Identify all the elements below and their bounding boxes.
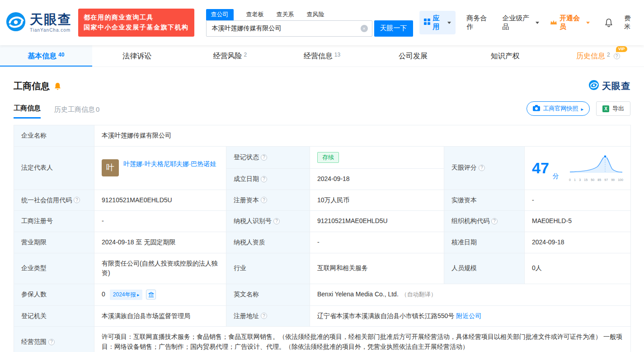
crown-icon [550, 19, 557, 27]
official-snapshot-button[interactable]: 工商官网快照 [526, 101, 590, 116]
help-icon[interactable] [48, 339, 55, 345]
legal-rep-name-link[interactable]: 叶莲娜·叶夫格尼耶夫娜·巴热诺娃 [123, 159, 216, 169]
help-icon[interactable] [273, 218, 280, 224]
help-icon[interactable] [261, 197, 267, 203]
score-distribution-chart: 0131550859799100 [569, 153, 623, 183]
nav-business-cooperation[interactable]: 商务合作 [466, 14, 491, 31]
user-account[interactable]: 费米 [624, 14, 636, 31]
label-text: 核准日期 [451, 238, 477, 247]
search-tab-company[interactable]: 查公司 [206, 9, 234, 20]
label-text: 英文名称 [234, 290, 259, 300]
label-text: 行业 [234, 263, 246, 273]
legal-rep-avatar[interactable]: 叶 [102, 159, 119, 176]
subtab-count: 0 [96, 105, 99, 114]
help-icon[interactable] [261, 176, 267, 182]
tab-company-development[interactable]: 公司发展 [368, 45, 460, 67]
clear-search-icon[interactable] [361, 25, 368, 32]
open-vip-button[interactable]: 开通会员 [550, 14, 590, 31]
staff-size-label: 人员规模 [444, 253, 525, 284]
search-tab-relation[interactable]: 查关系 [277, 9, 294, 20]
business-term-value: 2024-09-18 至 无固定期限 [94, 232, 226, 253]
legal-rep-value: 叶 叶莲娜·叶夫格尼耶夫娜·巴热诺娃 [94, 146, 226, 190]
apps-menu[interactable]: 应用 [419, 11, 456, 34]
nav-enterprise-products[interactable]: 企业级产品 [502, 14, 539, 31]
tab-count: 2 [244, 52, 247, 58]
table-row: 营业期限 2024-09-18 至 无固定期限 纳税人资质 - 核准日期 202… [14, 232, 631, 253]
industry-value: 互联网和相关服务 [310, 253, 444, 284]
value-text: 互联网和相关服务 [317, 264, 368, 271]
english-name-value: Benxi Yelena Media Co., Ltd.（自动翻译） [310, 284, 631, 305]
label-text: 实缴资本 [451, 195, 477, 205]
arrow-right-icon [581, 105, 583, 112]
address-label: 注册地址 [226, 305, 310, 327]
business-info-table: 企业名称 本溪叶莲娜传媒有限公司 法定代表人 叶 叶莲娜·叶夫格尼耶夫娜·巴热诺… [14, 125, 631, 352]
reg-number-label: 工商注册号 [14, 211, 94, 232]
top-right-nav: 应用 商务合作 企业级产品 开通会员 费米 [419, 11, 636, 34]
help-icon[interactable] [261, 313, 267, 319]
search-button[interactable]: 天眼一下 [374, 20, 413, 37]
label-text: 参保人数 [21, 290, 47, 300]
paid-capital-label: 实缴资本 [444, 190, 525, 211]
reg-capital-label: 注册资本 [226, 190, 310, 211]
section-header: 工商信息 天眼查 [0, 67, 644, 92]
notification-bell-icon[interactable] [604, 18, 613, 27]
chevron-down-icon [447, 22, 451, 24]
nearby-companies-link[interactable]: 附近公司 [456, 312, 481, 319]
logo-text: 天眼查 [30, 13, 72, 26]
establish-date-label: 成立日期 [226, 168, 310, 190]
help-icon[interactable] [479, 165, 485, 171]
search-type-tabs: 查公司 查老板 查关系 查风险 [206, 9, 413, 20]
apps-label: 应用 [433, 14, 444, 31]
establish-date-value: 2024-09-18 [310, 168, 444, 190]
registry-value: 本溪满族自治县市场监督管理局 [94, 305, 226, 327]
tianyancha-logo[interactable]: 天眼查 TianYanCha.com [5, 11, 72, 34]
value-text: 91210521MAE0EHLD5U [317, 217, 388, 224]
score-label: 天眼评分 [444, 146, 525, 190]
label-text: 登记状态 [234, 152, 259, 162]
tab-history-info[interactable]: 历史信息 2 VIP [552, 45, 644, 67]
help-icon[interactable] [261, 154, 267, 161]
business-term-label: 营业期限 [14, 232, 94, 253]
value-text: 有限责任公司(自然人投资或控股的法人独资) [102, 260, 218, 277]
tab-count: 2 [607, 52, 610, 58]
reg-capital-value: 10万人民币 [310, 190, 444, 211]
value-text: - [102, 217, 104, 224]
industry-label: 行业 [226, 253, 310, 284]
tab-label: 公司发展 [399, 51, 428, 61]
tab-legal-proceedings[interactable]: 法律诉讼 [92, 45, 184, 67]
value-text: 91210521MAE0EHLD5U [102, 196, 172, 204]
paid-capital-value: - [525, 190, 631, 211]
tianyancha-watermark: 天眼查 [588, 80, 630, 92]
help-icon[interactable] [491, 218, 498, 224]
table-row: 参保人数 02024年报 英文名称 Benxi Yelena Media Co.… [14, 284, 631, 305]
help-icon[interactable] [614, 53, 620, 59]
approval-date-label: 核准日期 [444, 232, 525, 253]
tab-label: 法律诉讼 [122, 51, 151, 61]
help-icon[interactable] [74, 197, 80, 203]
tab-label: 知识产权 [491, 51, 520, 61]
search-tab-risk[interactable]: 查风险 [307, 9, 324, 20]
credit-code-value: 91210521MAE0EHLD5U [94, 190, 226, 211]
annual-report-bank-icon[interactable] [146, 290, 156, 300]
address-value: 辽宁省本溪市本溪满族自治县小市镇长江路550号 附近公司 [310, 305, 631, 327]
annual-report-badge[interactable]: 2024年报 [110, 290, 143, 300]
value-text: 0 [102, 290, 105, 298]
search-input[interactable] [206, 20, 372, 37]
subtab-history-business-info[interactable]: 历史工商信息0 [54, 105, 99, 119]
tab-intellectual-property[interactable]: 知识产权 [460, 45, 552, 67]
export-button[interactable]: 导出 [596, 101, 630, 116]
org-code-value: MAE0EHLD-5 [525, 211, 631, 232]
subtab-business-info[interactable]: 工商信息 [14, 104, 41, 119]
tab-operating-risk[interactable]: 经营风险 2 [184, 45, 276, 67]
tab-basic-info[interactable]: 基本信息 40 [0, 45, 92, 67]
search-tab-boss[interactable]: 查老板 [246, 9, 264, 20]
promo-banner-line1: 都在用的商业查询工具 [84, 13, 189, 23]
label-text: 组织机构代码 [451, 216, 489, 226]
subscribe-bell-icon[interactable] [53, 82, 62, 90]
org-code-label: 组织机构代码 [444, 211, 525, 232]
company-type-value: 有限责任公司(自然人投资或控股的法人独资) [94, 253, 226, 284]
company-name-value: 本溪叶莲娜传媒有限公司 [94, 125, 631, 147]
tab-operating-info[interactable]: 经营信息 13 [276, 45, 368, 67]
logo-domain: TianYanCha.com [30, 28, 72, 33]
company-name-label: 企业名称 [14, 125, 94, 147]
